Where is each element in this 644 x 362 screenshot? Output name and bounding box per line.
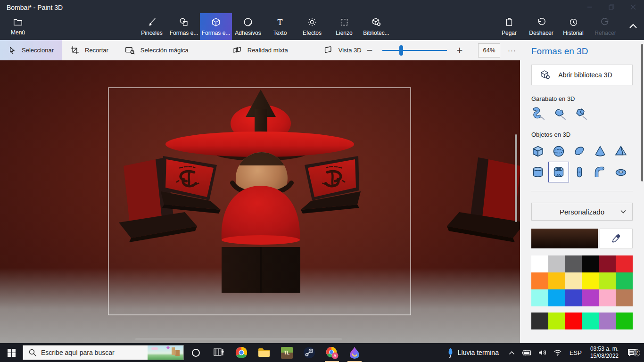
undo-button[interactable]: Deshacer xyxy=(525,13,557,40)
palette-color[interactable] xyxy=(582,289,599,306)
palette-color[interactable] xyxy=(531,272,548,289)
panel-scrollbar[interactable] xyxy=(641,44,643,181)
eyedropper-icon xyxy=(611,233,622,244)
search-daily-image xyxy=(148,346,183,360)
canvas-vertical-scrollbar[interactable] xyxy=(515,134,517,222)
palette-color[interactable] xyxy=(582,272,599,289)
paste-button[interactable]: Pegar xyxy=(493,13,525,40)
palette-color[interactable] xyxy=(599,255,616,272)
clock[interactable]: 03:53 a. m. 15/08/2022 xyxy=(586,346,623,360)
palette-color[interactable] xyxy=(599,272,616,289)
maximize-button[interactable] xyxy=(601,0,622,14)
view-3d-button[interactable]: Vista 3D xyxy=(315,40,370,60)
tab-adhesivos[interactable]: Adhesivos xyxy=(232,13,264,40)
tab-formas-2d[interactable]: Formas e... xyxy=(168,13,200,40)
shapes-3d-icon xyxy=(211,17,221,27)
weather-widget[interactable]: Lluvia termina xyxy=(447,347,505,358)
library-cube-icon xyxy=(539,69,551,81)
hemisphere-3d-icon[interactable] xyxy=(569,141,590,162)
system-tray: Lluvia termina xyxy=(447,343,644,362)
palette-color[interactable] xyxy=(548,255,565,272)
palette-color[interactable] xyxy=(616,255,633,272)
soft-edge-doodle-icon[interactable] xyxy=(553,107,567,121)
minimize-button[interactable] xyxy=(579,0,601,14)
start-button[interactable] xyxy=(0,343,23,362)
sharp-edge-doodle-icon[interactable] xyxy=(574,107,588,121)
paint3d-taskbar-button[interactable] xyxy=(343,343,366,362)
cone-3d-icon[interactable] xyxy=(590,141,611,162)
selection-rectangle[interactable] xyxy=(108,88,411,315)
doughnut-3d-icon[interactable] xyxy=(611,162,631,182)
chrome-taskbar-button[interactable] xyxy=(230,343,253,362)
notification-count-badge: 2 xyxy=(633,349,640,356)
tab-texto[interactable]: T Texto xyxy=(264,13,296,40)
more-options-button[interactable]: ··· xyxy=(508,46,516,54)
cortana-button[interactable] xyxy=(184,349,207,357)
cylinder-3d-icon[interactable] xyxy=(528,162,548,182)
crop-tool[interactable]: Recortar xyxy=(62,40,116,60)
palette-color[interactable] xyxy=(582,255,599,272)
battery-status[interactable] xyxy=(518,350,535,356)
custom-color[interactable] xyxy=(616,313,633,329)
zoom-in-button[interactable]: + xyxy=(454,44,466,57)
pyramid-3d-icon[interactable] xyxy=(611,141,631,162)
steam-button[interactable] xyxy=(298,343,321,362)
custom-color[interactable] xyxy=(582,313,599,329)
palette-color[interactable] xyxy=(531,255,548,272)
canvas-viewport[interactable] xyxy=(0,60,520,343)
cube-3d-icon[interactable] xyxy=(528,141,548,162)
zoom-out-button[interactable]: − xyxy=(363,44,376,57)
palette-color[interactable] xyxy=(565,289,582,306)
eyedropper-button[interactable] xyxy=(600,229,633,248)
file-explorer-button[interactable] xyxy=(253,343,275,362)
show-hidden-icons-button[interactable] xyxy=(505,351,518,355)
action-center-button[interactable]: 2 xyxy=(623,348,644,357)
tube-doodle-icon[interactable] xyxy=(531,107,545,121)
close-button[interactable] xyxy=(622,0,644,14)
current-color-swatch[interactable] xyxy=(531,229,598,248)
palette-color[interactable] xyxy=(616,289,633,306)
redo-button[interactable]: Rehacer xyxy=(589,13,621,40)
custom-color[interactable] xyxy=(599,313,616,329)
chrome-profile-button[interactable]: A xyxy=(321,343,343,362)
tab-lienzo[interactable]: Lienzo xyxy=(328,13,360,40)
curved-pipe-3d-icon[interactable] xyxy=(590,162,611,182)
tab-pinceles[interactable]: Pinceles xyxy=(136,13,168,40)
palette-color[interactable] xyxy=(548,289,565,306)
custom-dropdown[interactable]: Personalizado xyxy=(531,203,633,221)
zoom-slider[interactable] xyxy=(382,45,447,56)
tab-efectos[interactable]: Efectos xyxy=(296,13,328,40)
custom-color[interactable] xyxy=(565,313,582,329)
chrome-icon xyxy=(235,346,248,359)
sphere-3d-icon[interactable] xyxy=(548,141,569,162)
volume-status[interactable] xyxy=(535,349,550,356)
network-status[interactable] xyxy=(550,349,565,356)
palette-color[interactable] xyxy=(565,272,582,289)
menu-button[interactable]: Menú xyxy=(6,14,30,39)
folder-icon xyxy=(258,347,270,358)
magic-select-tool[interactable]: Selección mágica xyxy=(116,40,197,60)
select-tool[interactable]: Seleccionar xyxy=(0,40,62,60)
tube-3d-icon[interactable] xyxy=(548,162,569,182)
custom-color[interactable] xyxy=(548,313,565,329)
history-button[interactable]: Historial xyxy=(557,13,589,40)
custom-color[interactable] xyxy=(531,313,548,329)
canvas-horizontal-scrollbar[interactable] xyxy=(135,338,342,340)
palette-color[interactable] xyxy=(531,289,548,306)
palette-color[interactable] xyxy=(616,272,633,289)
palette-color[interactable] xyxy=(548,272,565,289)
task-view-button[interactable] xyxy=(207,343,230,362)
tab-formas-3d[interactable]: Formas e... xyxy=(200,13,232,40)
capsule-3d-icon[interactable] xyxy=(569,162,590,182)
collapse-ribbon-button[interactable] xyxy=(625,19,641,33)
zoom-value[interactable]: 64% xyxy=(478,43,500,58)
mixed-reality-button[interactable]: Realidad mixta xyxy=(224,40,296,60)
search-input[interactable]: Escribe aquí para buscar xyxy=(23,345,184,360)
language-indicator[interactable]: ESP xyxy=(565,349,586,356)
tlauncher-button[interactable]: TL xyxy=(275,343,298,362)
palette-color[interactable] xyxy=(599,289,616,306)
tab-biblioteca[interactable]: Bibliotec... xyxy=(360,13,392,40)
palette-color[interactable] xyxy=(565,255,582,272)
zoom-slider-thumb[interactable] xyxy=(399,45,403,56)
open-3d-library-button[interactable]: Abrir biblioteca 3D xyxy=(531,65,633,85)
